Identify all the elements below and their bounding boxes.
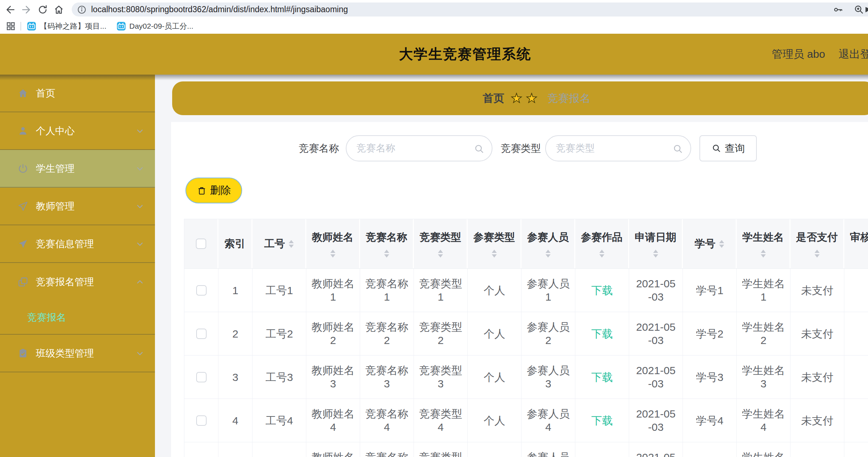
row-checkbox[interactable] xyxy=(196,285,207,296)
bookmarks-divider xyxy=(20,22,21,30)
column-header-entry-member[interactable]: 参赛人员 xyxy=(522,219,575,268)
cell-competition-type: 竞赛类型 4 xyxy=(414,399,468,442)
logout-link[interactable]: 退出登录 xyxy=(839,34,868,75)
sort-carets[interactable] xyxy=(492,250,497,258)
sidebar-item-clipboard[interactable]: 班级类型管理 xyxy=(0,335,155,372)
sort-carets[interactable] xyxy=(599,250,604,258)
column-header-audit-status[interactable]: 审核状态 xyxy=(844,219,868,268)
site-info-icon[interactable] xyxy=(77,5,87,15)
bilibili-favicon xyxy=(27,22,36,31)
cell-pay-status: 未支付 xyxy=(791,399,844,442)
caret-down-icon xyxy=(384,254,389,258)
column-label: 学号 xyxy=(695,237,716,251)
column-label: 参赛人员 xyxy=(527,230,569,245)
download-link[interactable]: 下载 xyxy=(591,414,613,427)
sort-carets[interactable] xyxy=(653,250,658,258)
sidebar-item-home[interactable]: 首页 xyxy=(0,75,155,112)
cell-teacher-no: 工号1 xyxy=(253,269,306,312)
sidebar-item-plane-outline[interactable]: 教师管理 xyxy=(0,188,155,225)
select-all-checkbox[interactable] xyxy=(196,239,206,249)
sidebar-item-user[interactable]: 个人中心 xyxy=(0,112,155,150)
column-header-student-no[interactable]: 学号 xyxy=(683,219,737,268)
sort-carets[interactable] xyxy=(546,250,551,258)
cell-pay-status: 未支付 xyxy=(791,269,844,312)
column-header-apply-date[interactable]: 申请日期 xyxy=(629,219,683,268)
sidebar-item-plane-filled[interactable]: 竞赛信息管理 xyxy=(0,225,155,263)
row-checkbox[interactable] xyxy=(196,372,207,382)
sort-carets[interactable] xyxy=(438,250,443,258)
column-header-entry-type[interactable]: 参赛类型 xyxy=(468,219,522,268)
table-row: 4工号4教师姓名 4竞赛名称 4竞赛类型 4个人参赛人员 4下载2021-05 … xyxy=(184,399,868,442)
cell-entry-type: 个人 xyxy=(468,269,522,312)
forward-icon[interactable] xyxy=(19,3,33,17)
bookmark-1[interactable]: 【码神之路】项目... xyxy=(27,21,107,31)
cell-competition-name: 竞赛名称 4 xyxy=(360,399,414,442)
column-header-entry-work[interactable]: 参赛作品 xyxy=(575,219,629,268)
caret-down-icon xyxy=(815,254,820,258)
refresh-icon[interactable] xyxy=(36,3,49,17)
cell-apply-date: 2021-05 -03 xyxy=(629,355,683,399)
bookmark-2[interactable]: Day02-09-员工分... xyxy=(117,21,194,31)
sort-carets[interactable] xyxy=(719,240,724,248)
cell-select xyxy=(184,442,218,457)
download-link[interactable]: 下载 xyxy=(591,327,613,340)
chevron-up-icon xyxy=(136,278,144,286)
url-text[interactable]: localhost:8080/springbootrd362/admin/dis… xyxy=(91,5,348,14)
download-link[interactable]: 下载 xyxy=(591,371,613,384)
column-header-student-name[interactable]: 学生姓名 xyxy=(737,219,791,268)
cell-apply-date: 2021-05 -03 xyxy=(629,269,683,312)
column-header-competition-type[interactable]: 竞赛类型 xyxy=(414,219,468,268)
sort-carets[interactable] xyxy=(761,250,766,258)
back-icon[interactable] xyxy=(4,3,17,17)
cell-entry-member: 参赛人员 1 xyxy=(522,269,575,312)
apps-grid-icon[interactable] xyxy=(6,22,15,31)
cell-audit-status xyxy=(844,355,868,399)
sort-carets[interactable] xyxy=(330,250,335,258)
column-header-teacher-no[interactable]: 工号 xyxy=(253,219,306,268)
table-row: 1工号1教师姓名 1竞赛名称 1竞赛类型 1个人参赛人员 1下载2021-05 … xyxy=(184,269,868,312)
chevron-down-icon xyxy=(136,240,144,248)
home-icon[interactable] xyxy=(52,3,66,17)
sort-carets[interactable] xyxy=(384,250,389,258)
breadcrumb-home-link[interactable]: 首页 xyxy=(483,91,504,106)
cell-competition-name: 竞赛名称 3 xyxy=(360,355,414,399)
column-header-select[interactable] xyxy=(184,219,218,268)
password-key-icon[interactable] xyxy=(833,5,844,14)
zoom-in-icon[interactable] xyxy=(854,5,864,14)
row-checkbox[interactable] xyxy=(196,415,207,426)
sort-carets[interactable] xyxy=(289,240,294,248)
sort-carets[interactable] xyxy=(815,250,820,258)
caret-down-icon xyxy=(289,245,294,248)
competition-name-input[interactable] xyxy=(357,136,470,161)
cell-student-no: 学号4 xyxy=(683,399,737,442)
sidebar-subitem-competition-signup[interactable]: 竞赛报名 xyxy=(0,301,155,335)
column-header-teacher-name[interactable]: 教师姓名 xyxy=(306,219,360,268)
caret-up-icon xyxy=(546,250,551,253)
column-header-pay-status[interactable]: 是否支付 xyxy=(791,219,844,268)
delete-button[interactable]: 删除 xyxy=(185,178,242,203)
column-label: 教师姓名 xyxy=(312,230,354,245)
cell-entry-work: 下载 xyxy=(575,442,629,457)
cell-teacher-name: 教师姓名 3 xyxy=(306,355,360,399)
query-button[interactable]: 查询 xyxy=(699,135,757,161)
breadcrumb: 首页 ★★ 竞赛报名 xyxy=(172,81,868,115)
address-bar[interactable]: localhost:8080/springbootrd362/admin/dis… xyxy=(72,3,868,17)
sidebar-item-copy[interactable]: 竞赛报名管理 xyxy=(0,263,155,301)
caret-up-icon xyxy=(599,250,604,253)
side-panel-partial-icon[interactable] xyxy=(864,5,868,14)
competition-type-input[interactable] xyxy=(556,136,668,161)
cell-select xyxy=(184,355,218,399)
caret-up-icon xyxy=(384,250,389,253)
caret-up-icon xyxy=(289,240,294,243)
competition-type-label: 竞赛类型 xyxy=(501,135,541,161)
column-label: 参赛类型 xyxy=(473,230,515,245)
app-title: 大学生竞赛管理系统 xyxy=(399,34,531,75)
sidebar-item-power[interactable]: 学生管理 xyxy=(0,150,155,188)
cell-entry-work: 下载 xyxy=(575,269,629,312)
row-checkbox[interactable] xyxy=(196,329,207,339)
table-row: 2工号2教师姓名 2竞赛名称 2竞赛类型 2个人参赛人员 2下载2021-05 … xyxy=(184,312,868,355)
download-link[interactable]: 下载 xyxy=(591,284,613,297)
browser-toolbar: localhost:8080/springbootrd362/admin/dis… xyxy=(0,0,868,19)
cell-index: 1 xyxy=(218,269,253,312)
column-header-competition-name[interactable]: 竞赛名称 xyxy=(360,219,414,268)
